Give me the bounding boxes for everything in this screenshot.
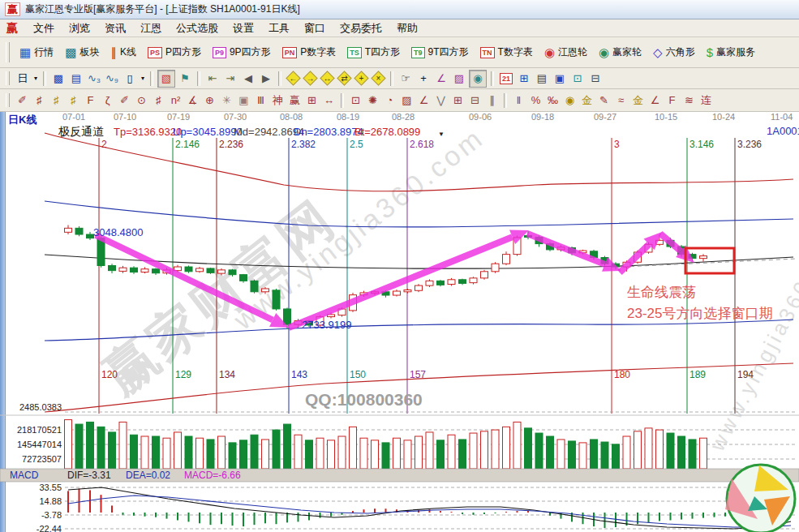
tool-icon-7[interactable]: ⊙ xyxy=(134,92,149,109)
tool-icon-28[interactable]: ▨ xyxy=(451,71,467,87)
tool-icon-20[interactable]: ⊡ xyxy=(348,92,363,109)
tool-icon-27[interactable]: ∠ xyxy=(433,71,449,87)
tool-icon-31[interactable]: 21 xyxy=(498,71,514,87)
tool-icon-9[interactable]: n² xyxy=(168,92,183,109)
tool-icon-21[interactable]: ✺ xyxy=(365,92,380,109)
tool-icon-32[interactable]: ‰ xyxy=(545,92,561,109)
tool-icon-3[interactable]: ♯ xyxy=(66,92,81,109)
tool-icon-41[interactable]: 连 xyxy=(698,92,714,109)
tool-icon-8[interactable]: ♯ xyxy=(151,92,166,109)
tool-icon-15[interactable]: 神 xyxy=(270,92,286,109)
tool-icon-24[interactable]: ∠ xyxy=(416,92,432,109)
chart-svg[interactable]: 赢家财富网www.yingjia360.comwww.yingjia360.co… xyxy=(0,112,799,532)
tool-icon-34[interactable]: 金 xyxy=(579,92,595,109)
赢家轮-icon: ◉ xyxy=(599,46,609,58)
tool-icon-36[interactable]: ≈ xyxy=(613,92,629,109)
tool-icon-28[interactable]: ∥ xyxy=(484,92,500,109)
menu-item-1[interactable]: 浏览 xyxy=(62,21,97,36)
tool-icon-32[interactable]: ⊞ xyxy=(516,71,532,87)
tool-icon-25[interactable]: ⋁ xyxy=(433,92,449,109)
tool-icon-16[interactable]: ▶ xyxy=(258,71,274,87)
toolbar1-item-5[interactable]: PNP数字表 xyxy=(277,45,342,59)
tool-icon-25[interactable]: ☞ xyxy=(397,71,414,87)
menu-item-3[interactable]: 江恩 xyxy=(133,21,169,36)
toolbar1-item-7[interactable]: T99T四方形 xyxy=(406,45,475,59)
toolbar1-item-0[interactable]: ▦行情 xyxy=(14,45,59,59)
tool-icon-27[interactable]: ⊟ xyxy=(467,92,483,109)
tool-icon-39[interactable]: F xyxy=(664,92,680,109)
diamond-arrow-icon[interactable]: ⇄ xyxy=(337,71,352,86)
toolbar1-item-10[interactable]: ◉赢家轮 xyxy=(593,45,647,59)
menu-item-4[interactable]: 公式选股 xyxy=(169,21,226,36)
tool-icon-4[interactable]: ▤ xyxy=(68,71,84,87)
tool-icon-1[interactable]: ▾ xyxy=(32,71,39,87)
svg-text:143: 143 xyxy=(291,369,307,380)
diamond-arrow-icon[interactable]: → xyxy=(303,71,318,86)
diamond-arrow-icon[interactable]: × xyxy=(371,71,386,86)
tool-icon-26[interactable]: + xyxy=(415,71,432,87)
tool-icon-2[interactable]: ♯ xyxy=(49,92,64,109)
tool-icon-0[interactable]: ✐ xyxy=(15,92,30,109)
tool-icon-31[interactable]: % xyxy=(528,92,543,109)
tool-icon-12[interactable]: ✳ xyxy=(219,92,234,109)
tool-icon-26[interactable]: ⊞ xyxy=(450,92,466,109)
tool-icon-13[interactable]: ⇤ xyxy=(204,71,221,87)
menu-item-9[interactable]: 帮助 xyxy=(389,21,425,36)
menu-item-7[interactable]: 窗口 xyxy=(297,21,333,36)
tool-icon-1[interactable]: ♯ xyxy=(32,92,47,109)
tool-icon-14[interactable]: ⇥ xyxy=(222,71,238,87)
toolbar1-item-4[interactable]: P99P四方形 xyxy=(207,45,277,59)
svg-text:07-19: 07-19 xyxy=(167,112,190,122)
toolbar1-item-8[interactable]: TNT数字表 xyxy=(475,45,539,59)
tool-icon-6[interactable]: ✐ xyxy=(117,92,132,109)
toolbar1-item-2[interactable]: ∥K线 xyxy=(105,45,142,59)
tool-icon-10[interactable]: ∡ xyxy=(185,92,200,109)
tool-icon-8[interactable]: ▾ xyxy=(140,71,146,87)
tool-icon-14[interactable]: Ⅲ xyxy=(253,92,268,109)
toolbar1-item-11[interactable]: ◇六角形 xyxy=(647,45,701,59)
tool-icon-5[interactable]: ζ xyxy=(100,92,115,109)
tool-icon-7[interactable]: ▯ xyxy=(122,71,138,87)
tool-icon-0[interactable]: 日 xyxy=(15,71,31,87)
menu-item-6[interactable]: 工具 xyxy=(261,21,297,36)
tool-icon-30[interactable]: ‖ xyxy=(511,92,526,109)
tool-icon-35[interactable]: ✎ xyxy=(596,92,612,109)
tool-icon-17[interactable]: ⊞ xyxy=(304,92,320,109)
tool-icon-38[interactable]: ∠ xyxy=(647,92,663,109)
toolbar1-item-12[interactable]: $赢家服务 xyxy=(701,45,761,59)
toolbar1-item-9[interactable]: ◉江恩轮 xyxy=(539,45,593,59)
tool-icon-22[interactable]: ◔ xyxy=(382,92,397,109)
menu-item-2[interactable]: 资讯 xyxy=(97,21,133,36)
menu-item-8[interactable]: 交易委托 xyxy=(333,21,389,36)
tool-icon-35[interactable]: ⊡ xyxy=(569,71,586,87)
diamond-arrow-icon[interactable]: ↔ xyxy=(320,71,335,86)
tool-icon-11[interactable]: ⊕ xyxy=(202,92,217,109)
tool-icon-10[interactable]: ▧ xyxy=(157,70,175,88)
tool-icon-3[interactable]: ▩ xyxy=(50,71,67,87)
tool-icon-34[interactable]: ▣ xyxy=(552,71,568,87)
toolbar1-item-6[interactable]: TST四方形 xyxy=(342,45,406,59)
tool-icon-29[interactable]: ◉ xyxy=(469,70,487,88)
menu-item-0[interactable]: 文件 xyxy=(26,21,62,36)
tool-icon-5[interactable]: ∿₃ xyxy=(86,71,102,87)
tool-icon-16[interactable]: 赢 xyxy=(287,92,303,109)
tool-icon-33[interactable]: ▤ xyxy=(534,71,550,87)
tool-icon-18[interactable]: ↔ xyxy=(321,92,337,109)
diamond-arrow-icon[interactable]: + xyxy=(354,71,369,86)
svg-text:2.618: 2.618 xyxy=(410,139,434,150)
diamond-arrow-icon[interactable]: ← xyxy=(286,71,301,86)
tool-icon-13[interactable]: ▣ xyxy=(236,92,251,109)
tool-icon-11[interactable]: ⚑ xyxy=(177,71,193,87)
toolbar1-item-1[interactable]: ▩板块 xyxy=(59,45,105,59)
tool-icon-6[interactable]: ∿₉ xyxy=(104,71,120,87)
tool-icon-4[interactable]: F xyxy=(83,92,98,109)
tool-icon-37[interactable]: 金 xyxy=(630,92,646,109)
tool-icon-33[interactable]: ◉ xyxy=(562,92,578,109)
tool-icon-15[interactable]: ◀ xyxy=(240,71,256,87)
menu-item-5[interactable]: 设置 xyxy=(226,21,261,36)
tool-icon-23[interactable]: ▨ xyxy=(399,92,415,109)
title-bar: 赢 赢家江恩专业版[赢家服务平台] - [上证指数 SH1A0001-91日K线… xyxy=(0,0,799,19)
tool-icon-36[interactable]: ⊟ xyxy=(587,71,604,87)
toolbar1-item-3[interactable]: PSP四方形 xyxy=(142,45,207,59)
tool-icon-40[interactable]: ≋ xyxy=(681,92,697,109)
